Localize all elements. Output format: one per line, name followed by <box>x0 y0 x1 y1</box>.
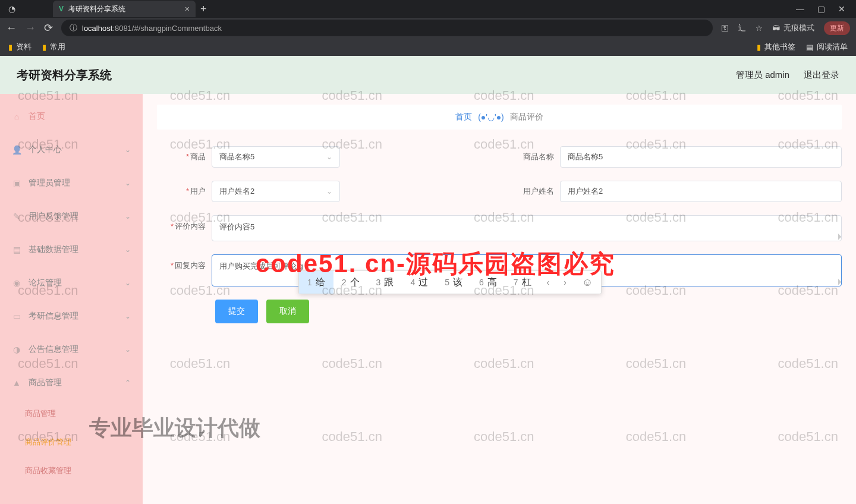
submit-button[interactable]: 提交 <box>215 300 258 323</box>
resize-handle-icon[interactable]: ◢ <box>833 232 841 240</box>
browser-chrome: ◔ V 考研资料分享系统 × + — ▢ ✕ ← → ⟳ ⓘ localhost… <box>0 0 856 56</box>
other-bookmarks[interactable]: ▮其他书签 <box>757 42 795 52</box>
chevron-down-icon: ⌄ <box>125 179 131 187</box>
info-icon: ⓘ <box>70 23 77 33</box>
sidebar-item-admin[interactable]: ▣管理员管理⌄ <box>0 166 143 200</box>
resize-handle-icon[interactable]: ◢ <box>833 278 841 285</box>
chevron-down-icon: ⌄ <box>326 153 332 161</box>
ime-candidate[interactable]: 5该 <box>436 271 471 294</box>
tab-title: 考研资料分享系统 <box>68 4 125 14</box>
sidebar-item-exam[interactable]: ▭考研信息管理⌄ <box>0 300 143 333</box>
vue-favicon-icon: V <box>59 5 64 13</box>
product-icon: ▲ <box>12 378 21 388</box>
browser-tab[interactable]: V 考研资料分享系统 × <box>53 1 196 17</box>
admin-label[interactable]: 管理员 admin <box>736 70 789 81</box>
sidebar-item-basedata[interactable]: ▤基础数据管理⌄ <box>0 233 143 266</box>
home-icon: ⌂ <box>12 112 21 121</box>
form-row-product: *商品 商品名称5⌄ 商品名称 商品名称5 <box>157 146 842 168</box>
sidebar-item-product[interactable]: ▲商品管理⌃ <box>0 366 143 399</box>
feedback-icon: ✎ <box>12 212 21 221</box>
url-port: :8081 <box>112 24 132 33</box>
folder-icon: ▮ <box>42 43 46 52</box>
incognito-icon: 🕶 <box>772 24 780 33</box>
sidebar-sub-product-favorite[interactable]: 商品收藏管理 <box>0 456 143 485</box>
folder-icon: ▮ <box>757 43 761 52</box>
minimize-icon[interactable]: — <box>796 4 804 14</box>
bookmark-folder-1[interactable]: ▮资料 <box>8 42 32 52</box>
url-host: localhost <box>82 24 112 33</box>
logout-link[interactable]: 退出登录 <box>804 70 839 81</box>
cancel-button[interactable]: 取消 <box>266 300 309 323</box>
ime-candidate[interactable]: 6高 <box>471 271 505 294</box>
forward-icon[interactable]: → <box>25 22 36 34</box>
forum-icon: ◉ <box>12 278 21 288</box>
product-select[interactable]: 商品名称5⌄ <box>212 146 340 168</box>
ime-candidate-bar: 1给 2个 3跟 4过 5该 6高 7杠 ‹ › ☺ <box>298 270 602 294</box>
sidebar-item-notice[interactable]: ◑公告信息管理⌄ <box>0 333 143 366</box>
back-icon[interactable]: ← <box>6 22 17 34</box>
user-select[interactable]: 用户姓名2⌄ <box>212 181 340 202</box>
breadcrumb-home[interactable]: 首页 <box>455 112 472 122</box>
url-input[interactable]: ⓘ localhost:8081/#/shangpinCommentback <box>61 20 713 36</box>
ime-candidate[interactable]: 2个 <box>333 271 368 294</box>
ime-candidate[interactable]: 1给 <box>299 271 333 294</box>
ime-prev-icon[interactable]: ‹ <box>540 278 557 287</box>
key-icon[interactable]: ⚿ <box>721 24 729 33</box>
ime-next-icon[interactable]: › <box>556 278 574 287</box>
close-tab-icon[interactable]: × <box>185 4 190 14</box>
new-tab-icon[interactable]: + <box>200 3 207 15</box>
sidebar-sub-product-manage[interactable]: 商品管理 <box>0 399 143 428</box>
translate-icon[interactable]: ⻌ <box>738 23 746 33</box>
chevron-down-icon: ⌄ <box>125 146 131 154</box>
app-header: 考研资料分享系统 管理员 admin 退出登录 <box>0 56 856 94</box>
ime-candidate[interactable]: 7杠 <box>505 271 540 294</box>
chevron-down-icon: ⌄ <box>125 212 131 220</box>
close-window-icon[interactable]: ✕ <box>838 4 845 14</box>
sidebar-item-forum[interactable]: ◉论坛管理⌄ <box>0 266 143 300</box>
bookmark-bar: ▮资料 ▮常用 ▮其他书签 ▤阅读清单 <box>0 38 856 56</box>
face-icon: (●'◡'●) <box>478 112 504 122</box>
ime-candidate[interactable]: 4过 <box>402 271 436 294</box>
ime-emoji-icon[interactable]: ☺ <box>574 276 601 289</box>
main-content: 首页 (●'◡'●) 商品评价 *商品 商品名称5⌄ 商品名称 商品名称5 *用… <box>143 94 856 504</box>
sidebar-item-home[interactable]: ⌂首页 <box>0 100 143 133</box>
data-icon: ▤ <box>12 245 21 254</box>
folder-icon: ▮ <box>8 43 12 52</box>
list-icon: ▤ <box>806 43 813 52</box>
reload-icon[interactable]: ⟳ <box>44 21 53 34</box>
clipboard-icon: ▣ <box>12 178 21 188</box>
sidebar: ⌂首页 👤个人中心⌄ ▣管理员管理⌄ ✎用户反馈管理⌄ ▤基础数据管理⌄ ◉论坛… <box>0 94 143 504</box>
update-button[interactable]: 更新 <box>824 21 850 35</box>
form-row-user: *用户 用户姓名2⌄ 用户姓名 用户姓名2 <box>157 181 842 202</box>
user-name-input[interactable]: 用户姓名2 <box>560 181 842 202</box>
breadcrumb-current: 商品评价 <box>510 112 543 122</box>
form-row-comment: *评价内容 评价内容5◢ <box>157 215 842 241</box>
tab-control-icon[interactable]: ◔ <box>4 1 20 17</box>
maximize-icon[interactable]: ▢ <box>817 4 825 14</box>
reading-list[interactable]: ▤阅读清单 <box>806 42 848 52</box>
chevron-down-icon: ⌄ <box>326 187 332 196</box>
app-title: 考研资料分享系统 <box>17 67 112 83</box>
url-path: /#/shangpinCommentback <box>132 24 222 33</box>
bookmark-folder-2[interactable]: ▮常用 <box>42 42 65 52</box>
chevron-down-icon: ⌄ <box>125 312 131 320</box>
sidebar-item-feedback[interactable]: ✎用户反馈管理⌄ <box>0 200 143 233</box>
window-controls: — ▢ ✕ <box>796 4 856 14</box>
user-icon: 👤 <box>12 145 21 155</box>
product-name-input[interactable]: 商品名称5 <box>560 146 842 168</box>
ime-candidate[interactable]: 3跟 <box>368 271 402 294</box>
chevron-down-icon: ⌄ <box>125 345 131 354</box>
tab-bar: ◔ V 考研资料分享系统 × + — ▢ ✕ <box>0 0 856 18</box>
address-bar: ← → ⟳ ⓘ localhost:8081/#/shangpinComment… <box>0 18 856 38</box>
sidebar-sub-product-comment[interactable]: 商品评价管理 <box>0 428 143 456</box>
breadcrumb: 首页 (●'◡'●) 商品评价 <box>157 105 842 130</box>
star-icon[interactable]: ☆ <box>756 24 763 33</box>
button-row: 提交 取消 <box>215 300 842 323</box>
notice-icon: ◑ <box>12 345 21 354</box>
chevron-up-icon: ⌃ <box>125 379 131 387</box>
sidebar-item-profile[interactable]: 👤个人中心⌄ <box>0 133 143 166</box>
chevron-down-icon: ⌄ <box>125 245 131 254</box>
comment-textarea[interactable]: 评价内容5◢ <box>212 215 842 241</box>
chevron-down-icon: ⌄ <box>125 279 131 287</box>
book-icon: ▭ <box>12 311 21 321</box>
